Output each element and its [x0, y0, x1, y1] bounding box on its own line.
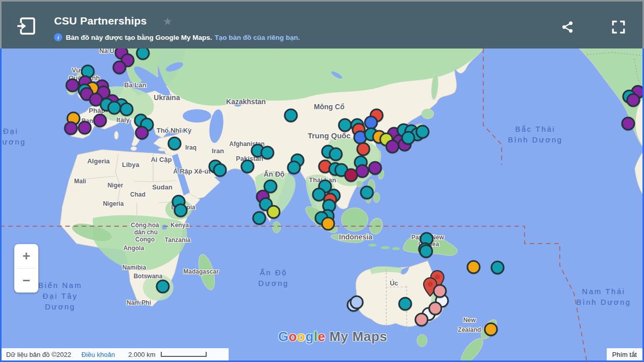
terms-link[interactable]: Điều khoản	[81, 351, 115, 358]
map-marker-pink[interactable]	[429, 302, 442, 316]
scale-bar	[161, 352, 207, 357]
map-data-attribution: Dữ liệu bản đồ ©2022	[6, 351, 71, 358]
info-row: i Bản đồ này được tạo bằng Google My Map…	[54, 33, 300, 41]
fullscreen-icon[interactable]	[612, 20, 625, 34]
map-canvas[interactable]: Na UyVươngQuốc AnhBa LanĐứcUkrainaPhápIt…	[0, 49, 644, 362]
share-icon[interactable]	[561, 20, 574, 34]
map-marker-purple[interactable]	[93, 114, 107, 128]
zoom-in-button[interactable]: +	[14, 244, 38, 268]
map-marker-teal[interactable]	[213, 163, 227, 177]
map-marker-crimson[interactable]	[344, 168, 358, 182]
map-marker-teal[interactable]	[338, 118, 352, 132]
map-marker-purple[interactable]	[66, 79, 80, 92]
map-marker-purple[interactable]	[386, 140, 400, 154]
map-marker-orange[interactable]	[321, 217, 335, 231]
map-marker-teal[interactable]	[253, 211, 266, 225]
map-marker-teal[interactable]	[419, 245, 433, 258]
map-marker-orange[interactable]	[467, 260, 481, 274]
toggle-panel-icon[interactable]	[15, 15, 38, 37]
map-marker-teal[interactable]	[108, 101, 121, 115]
map-marker-pink[interactable]	[433, 284, 447, 298]
map-marker-purple[interactable]	[622, 117, 635, 131]
map-marker-purple[interactable]	[113, 61, 127, 75]
map-marker-orange[interactable]	[484, 323, 498, 336]
map-marker-teal[interactable]	[287, 161, 301, 175]
star-icon[interactable]: ★	[163, 15, 172, 28]
map-marker-purple[interactable]	[78, 121, 92, 135]
map-marker-purple[interactable]	[135, 126, 149, 140]
attribution-bar: Dữ liệu bản đồ ©2022 Điều khoản 2.000 km	[2, 348, 229, 360]
map-marker-yellowgreen[interactable]	[267, 205, 281, 219]
marker-layer	[0, 49, 644, 362]
info-text: Bản đồ này được tạo bằng Google My Maps.	[66, 34, 212, 41]
create-map-link[interactable]: Tạo bản đồ của riêng bạn.	[214, 34, 300, 41]
map-marker-teal[interactable]	[168, 137, 182, 151]
header-bar: CSU Partnerships ★ i Bản đồ này được tạo…	[2, 2, 642, 49]
map-marker-teal[interactable]	[329, 148, 343, 161]
info-icon: i	[54, 33, 62, 41]
scale-label: 2.000 km	[128, 351, 155, 358]
map-title: CSU Partnerships	[54, 15, 147, 27]
map-marker-teal[interactable]	[284, 109, 298, 123]
map-marker-teal[interactable]	[174, 204, 188, 218]
map-marker-purple[interactable]	[627, 93, 640, 107]
zoom-out-button[interactable]: −	[14, 269, 38, 293]
shortcuts-label: Phím tắt	[612, 351, 637, 358]
map-marker-teal[interactable]	[156, 280, 170, 294]
zoom-control: + −	[14, 244, 38, 293]
map-marker-teal[interactable]	[491, 261, 505, 275]
map-marker-teal[interactable]	[120, 103, 134, 116]
map-marker-purple[interactable]	[64, 122, 78, 135]
map-marker-teal[interactable]	[261, 146, 275, 160]
map-marker-red[interactable]	[357, 142, 370, 156]
map-marker-teal[interactable]	[416, 125, 430, 139]
frame-border-top	[0, 0, 644, 2]
map-marker-paleblue[interactable]	[350, 296, 364, 309]
keyboard-shortcuts-button[interactable]: Phím tắt	[607, 348, 642, 360]
map-marker-teal[interactable]	[402, 131, 415, 145]
map-marker-teal[interactable]	[399, 297, 412, 311]
map-marker-teal[interactable]	[136, 49, 150, 60]
frame-border-left	[0, 0, 2, 362]
map-marker-teal[interactable]	[241, 160, 255, 174]
map-marker-purple[interactable]	[368, 161, 382, 175]
my-maps-embed: CSU Partnerships ★ i Bản đồ này được tạo…	[0, 0, 644, 362]
map-marker-pink[interactable]	[415, 313, 429, 327]
map-marker-teal[interactable]	[360, 186, 374, 200]
